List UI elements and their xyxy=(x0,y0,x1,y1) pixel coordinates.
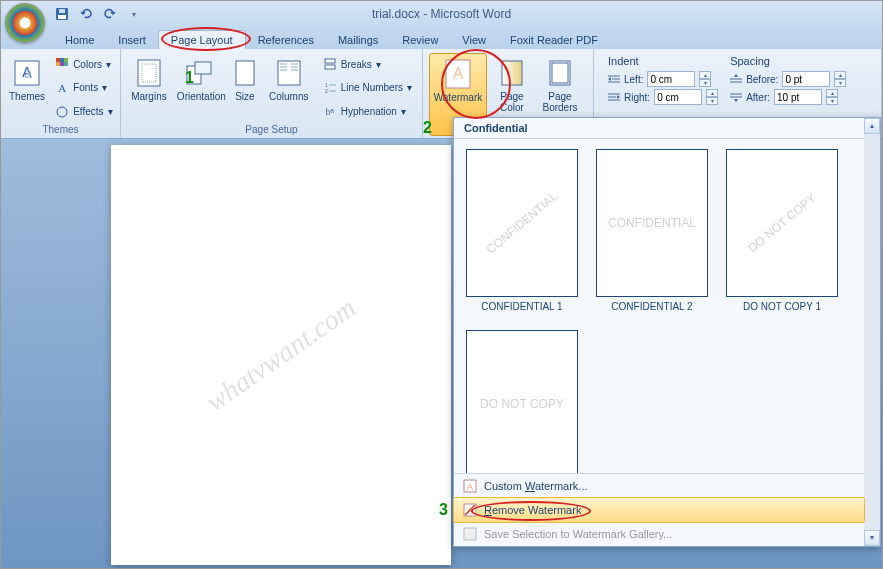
svg-point-12 xyxy=(57,107,67,117)
window-title: trial.docx - Microsoft Word xyxy=(372,7,511,21)
save-icon[interactable] xyxy=(53,5,71,23)
orientation-button[interactable]: Orientation xyxy=(175,53,223,123)
effects-button[interactable]: Effects ▾ xyxy=(51,103,116,121)
annotation-number-1: 1 xyxy=(185,69,194,87)
indent-left-icon xyxy=(608,74,620,84)
tab-references[interactable]: References xyxy=(246,31,326,49)
svg-rect-34 xyxy=(550,61,570,85)
svg-rect-17 xyxy=(236,61,254,85)
svg-text:2: 2 xyxy=(325,88,328,94)
gallery-category-header: Confidential xyxy=(454,118,880,139)
custom-watermark-icon: A xyxy=(462,478,478,494)
tab-page-layout[interactable]: Page Layout xyxy=(158,30,246,49)
spacing-section: Spacing Before: ▴▾ After: ▴▾ xyxy=(730,53,846,105)
scroll-down-icon[interactable]: ▾ xyxy=(864,530,880,546)
document-watermark: whatvwant.com xyxy=(200,292,362,419)
line-numbers-icon: 12 xyxy=(323,81,337,95)
scroll-up-icon[interactable]: ▴ xyxy=(864,118,880,134)
indent-right-spinner[interactable]: ▴▾ xyxy=(706,89,718,105)
svg-rect-25 xyxy=(325,59,335,63)
fonts-button[interactable]: AFonts ▾ xyxy=(51,79,116,97)
gallery-scrollbar[interactable]: ▴ ▾ xyxy=(864,118,880,546)
themes-icon: Aa xyxy=(11,57,43,89)
tab-home[interactable]: Home xyxy=(53,31,106,49)
svg-rect-10 xyxy=(60,62,64,66)
indent-right-icon xyxy=(608,92,620,102)
document-page[interactable]: whatvwant.com xyxy=(111,145,451,565)
margins-icon xyxy=(133,57,165,89)
spacing-before-input[interactable] xyxy=(782,71,830,87)
colors-icon xyxy=(55,57,69,71)
svg-rect-6 xyxy=(56,58,60,62)
gallery-item-confidential-1[interactable]: CONFIDENTIAL CONFIDENTIAL 1 xyxy=(466,149,578,312)
spacing-before-icon xyxy=(730,74,742,84)
svg-rect-51 xyxy=(464,528,476,540)
colors-button[interactable]: Colors ▾ xyxy=(51,55,116,73)
ribbon-tabs: Home Insert Page Layout References Maili… xyxy=(1,27,882,49)
hyphenation-button[interactable]: bªHyphenation ▾ xyxy=(319,103,416,121)
group-themes: Aa Themes Colors ▾ AFonts ▾ Effects ▾ Th… xyxy=(1,49,121,138)
svg-rect-9 xyxy=(56,62,60,66)
indent-left-spinner[interactable]: ▴▾ xyxy=(699,71,711,87)
qat-dropdown-icon[interactable]: ▾ xyxy=(125,5,143,23)
fonts-icon: A xyxy=(55,81,69,95)
svg-rect-8 xyxy=(64,58,68,62)
gallery-item-donotcopy-1[interactable]: DO NOT COPY DO NOT COPY 1 xyxy=(726,149,838,312)
indent-right-input[interactable] xyxy=(654,89,702,105)
gallery-menu: A Custom Watermark... A Remove Watermark… xyxy=(454,473,864,546)
office-button[interactable] xyxy=(5,3,45,43)
indent-section: Indent Left: ▴▾ Right: ▴▾ xyxy=(608,53,718,105)
size-icon xyxy=(229,57,261,89)
tab-insert[interactable]: Insert xyxy=(106,31,158,49)
breaks-button[interactable]: Breaks ▾ xyxy=(319,55,416,73)
line-numbers-button[interactable]: 12Line Numbers ▾ xyxy=(319,79,416,97)
tab-view[interactable]: View xyxy=(450,31,498,49)
svg-rect-33 xyxy=(502,61,522,85)
remove-watermark-menu-item[interactable]: A Remove Watermark xyxy=(453,497,865,523)
hyphenation-icon: bª xyxy=(323,105,337,119)
svg-text:A: A xyxy=(453,65,464,82)
breaks-icon xyxy=(323,57,337,71)
svg-text:A: A xyxy=(467,482,473,492)
titlebar: ▾ trial.docx - Microsoft Word xyxy=(1,1,882,27)
svg-rect-26 xyxy=(325,65,335,69)
gallery-item-confidential-2[interactable]: CONFIDENTIAL CONFIDENTIAL 2 xyxy=(596,149,708,312)
spacing-after-spinner[interactable]: ▴▾ xyxy=(826,89,838,105)
tab-review[interactable]: Review xyxy=(390,31,450,49)
annotation-number-2: 2 xyxy=(423,119,432,137)
group-page-setup: Margins Orientation Size Columns Breaks … xyxy=(121,49,423,138)
gallery-item-donotcopy-2[interactable]: DO NOT COPY DO NOT COPY 2 xyxy=(466,330,578,493)
remove-watermark-icon: A xyxy=(462,502,478,518)
tab-mailings[interactable]: Mailings xyxy=(326,31,390,49)
svg-text:a: a xyxy=(24,65,32,81)
tab-foxit[interactable]: Foxit Reader PDF xyxy=(498,31,610,49)
page-borders-icon xyxy=(544,57,576,89)
size-button[interactable]: Size xyxy=(227,53,263,123)
watermark-icon: A xyxy=(442,58,474,90)
custom-watermark-menu-item[interactable]: A Custom Watermark... xyxy=(454,474,864,498)
page-color-icon xyxy=(496,57,528,89)
spacing-before-spinner[interactable]: ▴▾ xyxy=(834,71,846,87)
svg-rect-11 xyxy=(64,62,68,66)
save-to-gallery-menu-item: Save Selection to Watermark Gallery... xyxy=(454,522,864,546)
undo-icon[interactable] xyxy=(77,5,95,23)
watermark-gallery: Confidential CONFIDENTIAL CONFIDENTIAL 1… xyxy=(453,117,881,547)
themes-button[interactable]: Aa Themes xyxy=(7,53,47,123)
effects-icon xyxy=(55,105,69,119)
quick-access-toolbar: ▾ xyxy=(53,5,143,23)
columns-icon xyxy=(273,57,305,89)
indent-left-input[interactable] xyxy=(647,71,695,87)
svg-rect-2 xyxy=(59,9,65,13)
spacing-after-input[interactable] xyxy=(774,89,822,105)
annotation-number-3: 3 xyxy=(439,501,448,519)
svg-rect-7 xyxy=(60,58,64,62)
svg-rect-1 xyxy=(58,15,66,19)
columns-button[interactable]: Columns xyxy=(267,53,311,123)
save-gallery-icon xyxy=(462,526,478,542)
redo-icon[interactable] xyxy=(101,5,119,23)
spacing-after-icon xyxy=(730,92,742,102)
svg-rect-16 xyxy=(195,62,211,74)
svg-rect-18 xyxy=(278,61,300,85)
margins-button[interactable]: Margins xyxy=(127,53,171,123)
